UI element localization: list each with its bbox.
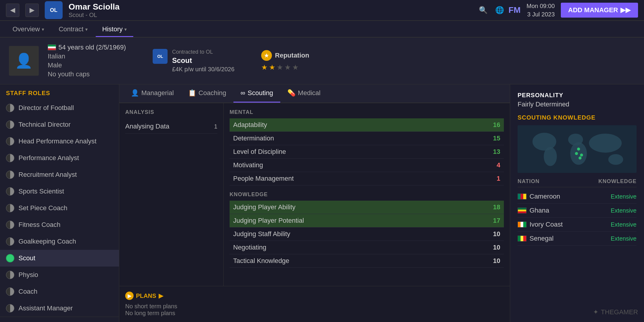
nation-name-ghana: Ghana	[530, 207, 611, 214]
profile-nationality: Italian	[48, 52, 126, 60]
managerial-icon: 👤	[131, 89, 139, 97]
center-column: 👤 Managerial 📋 Coaching ∞ Scouting 💊 Med…	[119, 84, 510, 322]
role-icon-assistant	[6, 304, 14, 312]
datetime-line1: Mon 09:00	[527, 2, 555, 10]
role-icon-physio	[6, 271, 14, 279]
reputation-icon: ★	[261, 50, 272, 61]
contracted-label: Contracted to OL	[172, 49, 234, 55]
nationality-flag	[48, 44, 56, 50]
search-icon[interactable]: 🔍	[477, 4, 489, 16]
personality-title: PERSONALITY	[518, 92, 637, 99]
plans-short: No short term plans	[125, 303, 504, 310]
plans-title[interactable]: ▶ PLANS ▶	[125, 292, 504, 300]
star-2: ★	[269, 63, 275, 72]
role-icon-head-performance	[6, 137, 14, 145]
nation-name-senegal: Senegal	[530, 235, 611, 242]
left-column: STAFF ROLES Director of Football Technic…	[0, 84, 119, 322]
svg-point-9	[589, 134, 622, 153]
datetime: Mon 09:00 3 Jul 2023	[527, 2, 555, 18]
svg-point-10	[608, 154, 623, 165]
nation-name-ivory: Ivory Coast	[530, 221, 611, 228]
nation-row-ghana: Ghana Extensive	[518, 204, 637, 218]
player-name: Omar Sciolla	[69, 2, 471, 12]
stat-tactical-knowledge: Tactical Knowledge 10	[230, 254, 504, 268]
profile-youth-caps: No youth caps	[48, 70, 126, 78]
tab-managerial[interactable]: 👤 Managerial	[124, 84, 181, 103]
player-subtitle: Scout - OL	[69, 12, 471, 18]
role-icon-fitness	[6, 221, 14, 229]
profile-contract: OL Contracted to OL Scout £4K p/w until …	[153, 49, 234, 73]
stat-adaptability: Adaptability 16	[230, 118, 504, 132]
forward-button[interactable]: ▶	[25, 4, 39, 17]
nation-knowledge-cameroon: Extensive	[611, 193, 637, 200]
thegamer-logo: ✦ THEGAMER	[593, 308, 638, 316]
world-map-svg	[518, 125, 637, 173]
svg-point-7	[575, 152, 578, 155]
reputation-label: Reputation	[275, 52, 309, 59]
nation-knowledge-senegal: Extensive	[611, 235, 637, 242]
tab-scouting[interactable]: ∞ Scouting	[233, 84, 280, 103]
add-manager-label: ADD MANAGER	[568, 6, 618, 14]
role-icon-technical	[6, 120, 14, 129]
plans-long: No long term plans	[125, 310, 504, 317]
world-map	[518, 125, 637, 173]
topbar: ◀ ▶ OL Omar Sciolla Scout - OL 🔍 🌐 FM Mo…	[0, 0, 644, 21]
add-manager-button[interactable]: ADD MANAGER ▶▶	[561, 3, 638, 18]
profile-gender: Male	[48, 61, 126, 69]
scouting-icon: ∞	[241, 89, 245, 97]
chevron-down-icon: ▾	[85, 27, 88, 32]
nation-row-senegal: Senegal Extensive	[518, 232, 637, 246]
flag-ivory-coast	[518, 222, 527, 227]
staff-role-fitness[interactable]: Fitness Coach	[0, 216, 119, 233]
staff-role-sports-scientist[interactable]: Sports Scientist	[0, 183, 119, 200]
avatar: 👤	[9, 46, 39, 76]
tab-overview[interactable]: Overview ▾	[6, 22, 51, 37]
staff-role-recruitment[interactable]: Recruitment Analyst	[0, 166, 119, 183]
tab-contract[interactable]: Contract ▾	[52, 22, 94, 37]
staff-role-coach[interactable]: Coach	[0, 283, 119, 300]
stat-judging-ability: Judging Player Ability 18	[230, 201, 504, 214]
staff-role-set-piece[interactable]: Set Piece Coach	[0, 200, 119, 216]
nation-name-cameroon: Cameroon	[530, 193, 611, 200]
role-icon-scout	[6, 254, 14, 262]
flag-ghana	[518, 208, 527, 213]
personality-value: Fairly Determined	[518, 100, 637, 108]
tab-medical[interactable]: 💊 Medical	[280, 84, 328, 103]
analysis-item-value-0: 1	[214, 123, 217, 130]
staff-role-director[interactable]: Director of Football	[0, 100, 119, 116]
contract-details: Contracted to OL Scout £4K p/w until 30/…	[172, 49, 234, 73]
analysis-label: ANALYSIS	[125, 109, 217, 115]
nation-row-ivory: Ivory Coast Extensive	[518, 218, 637, 232]
plans-section: ▶ PLANS ▶ No short term plans No long te…	[119, 286, 510, 322]
globe-icon[interactable]: 🌐	[495, 6, 504, 14]
stat-judging-staff: Judging Staff Ability 10	[230, 227, 504, 241]
role-icon-set-piece	[6, 204, 14, 212]
stat-negotiating: Negotiating 10	[230, 241, 504, 254]
staff-role-assistant[interactable]: Assistant Manager	[0, 300, 119, 317]
stat-people-management: People Management 1	[230, 172, 504, 185]
mental-section: MENTAL Adaptability 16 Determination 15 …	[230, 109, 504, 185]
nation-row-cameroon: Cameroon Extensive	[518, 190, 637, 204]
nation-knowledge-ivory: Extensive	[611, 221, 637, 228]
back-button[interactable]: ◀	[6, 4, 19, 17]
tab-history[interactable]: History ▾	[96, 22, 133, 37]
staff-role-scout[interactable]: Scout	[0, 250, 119, 267]
profile-info: 54 years old (2/5/1969) Italian Male No …	[48, 44, 126, 78]
nation-knowledge-ghana: Extensive	[611, 207, 637, 214]
plans-icon: ▶	[125, 292, 134, 300]
role-icon-goalkeeping	[6, 237, 14, 246]
thegamer-text: THEGAMER	[601, 308, 638, 316]
svg-point-4	[570, 142, 587, 165]
staff-role-technical[interactable]: Technical Director	[0, 116, 119, 133]
staff-role-head-performance[interactable]: Head Performance Analyst	[0, 133, 119, 150]
staff-role-physio[interactable]: Physio	[0, 267, 119, 283]
role-icon-sports-scientist	[6, 187, 14, 196]
svg-point-5	[577, 148, 580, 151]
staff-role-goalkeeping[interactable]: Goalkeeping Coach	[0, 233, 119, 250]
medical-icon: 💊	[287, 89, 295, 97]
tab-coaching[interactable]: 📋 Coaching	[181, 84, 233, 103]
page-wrapper: ◀ ▶ OL Omar Sciolla Scout - OL 🔍 🌐 FM Mo…	[0, 0, 644, 322]
mental-label: MENTAL	[230, 109, 504, 115]
staff-role-performance[interactable]: Performance Analyst	[0, 150, 119, 166]
contract-salary: £4K p/w until 30/6/2026	[172, 66, 234, 73]
